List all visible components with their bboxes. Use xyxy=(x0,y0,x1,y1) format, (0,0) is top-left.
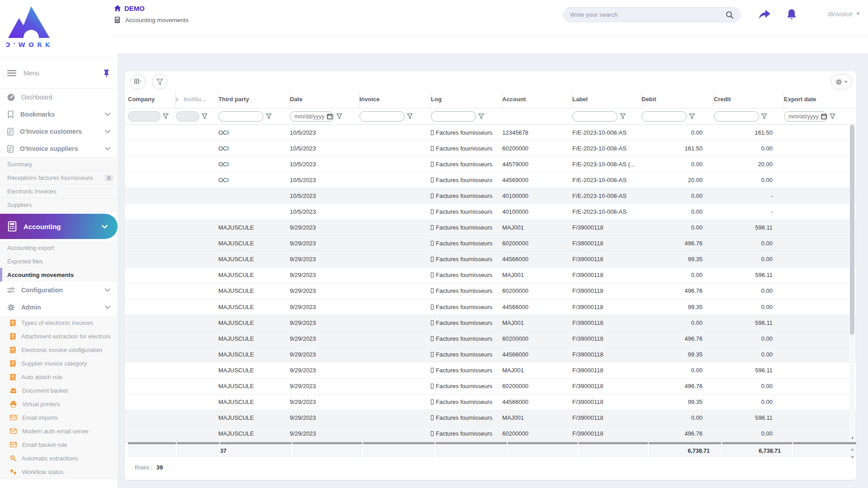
breadcrumb: DEMO Accounting movements xyxy=(114,5,189,23)
menu-toggle[interactable]: Menu xyxy=(0,58,118,89)
expand-arrow-icon[interactable] xyxy=(176,97,179,102)
filter-button[interactable] xyxy=(152,74,167,89)
funnel-icon[interactable] xyxy=(830,113,835,119)
third-party-filter-input[interactable] xyxy=(218,111,264,122)
invoice-filter-input[interactable] xyxy=(359,111,405,122)
column-header-account[interactable]: Account xyxy=(502,90,572,108)
table-row[interactable]: MAJUSCULE9/29/2023Factures fournisseurs4… xyxy=(125,347,856,362)
debit-filter-input[interactable] xyxy=(642,111,687,122)
sidebar-item-bookmarks[interactable]: Bookmarks xyxy=(0,106,118,123)
column-header-date[interactable]: Date xyxy=(290,90,359,108)
cell-third-party: MAJUSCULE xyxy=(218,319,290,326)
funnel-icon[interactable] xyxy=(761,113,767,119)
column-header-institution[interactable]: Institu... xyxy=(176,90,218,108)
table-row[interactable]: MAJUSCULE9/29/2023Factures fournisseurs4… xyxy=(125,299,856,315)
table-row[interactable]: MAJUSCULE9/29/2023Factures fournisseurs4… xyxy=(125,252,856,267)
sidebar-item-document-basket[interactable]: Document basket xyxy=(0,384,118,397)
sidebar-item-electronic-invoices[interactable]: Electronic Invoices xyxy=(0,185,118,198)
column-header-invoice[interactable]: Invoice xyxy=(359,90,431,108)
table-row[interactable]: OCI10/5/2023Factures fournisseurs6020000… xyxy=(125,141,856,156)
column-header-log[interactable]: Log xyxy=(431,90,502,108)
sidebar-item-summary[interactable]: Summary xyxy=(0,158,118,171)
table-row[interactable]: MAJUSCULE9/29/2023Factures fournisseurs4… xyxy=(125,394,856,410)
sidebar-item-receptions[interactable]: Réceptions factures fournisseurs 0 xyxy=(0,171,118,185)
table-row[interactable]: OCI10/5/2023Factures fournisseurs1234567… xyxy=(125,125,856,141)
search-icon[interactable] xyxy=(726,11,734,19)
credit-filter-input[interactable] xyxy=(714,111,759,122)
funnel-icon[interactable] xyxy=(407,113,413,119)
sidebar-item-email-basket[interactable]: Email basket rule xyxy=(0,438,118,451)
table-row[interactable]: OCI10/5/2023Factures fournisseurs4457900… xyxy=(125,156,856,172)
sidebar-item-email-imports[interactable]: Email imports xyxy=(0,411,118,424)
sidebar-item-oinvoice-customers[interactable]: O'Invoice customers xyxy=(0,123,118,140)
share-icon[interactable] xyxy=(758,8,771,22)
table-row[interactable]: MAJUSCULE9/29/2023Factures fournisseurs6… xyxy=(125,331,856,347)
sidebar-item-auto-extractions[interactable]: Automatic extractions xyxy=(0,451,118,465)
sidebar-item-exported-files[interactable]: Exported files xyxy=(0,254,118,268)
column-header-credit[interactable]: Credit xyxy=(714,90,784,108)
calendar-icon[interactable] xyxy=(327,113,333,119)
sidebar-item-accounting-movements[interactable]: Accounting movements xyxy=(0,268,118,282)
column-header-third-party[interactable]: Third party xyxy=(218,90,290,108)
table-row[interactable]: MAJUSCULE9/29/2023Factures fournisseurs6… xyxy=(125,379,856,394)
vertical-scrollbar[interactable] xyxy=(849,125,855,442)
scrollbar-thumb[interactable] xyxy=(850,125,854,335)
export-date-filter-input[interactable]: mm/dd/yyyy xyxy=(784,111,827,122)
funnel-icon[interactable] xyxy=(478,113,484,119)
institution-filter-input[interactable] xyxy=(176,111,199,122)
table-row[interactable]: MAJUSCULE9/29/2023Factures fournisseurs6… xyxy=(125,236,856,252)
sidebar-item-attachment[interactable]: Attachment extraction for electroni xyxy=(0,329,118,343)
funnel-icon[interactable] xyxy=(163,113,169,119)
cell-log: Factures fournisseurs xyxy=(431,414,502,421)
hamburger-icon[interactable] xyxy=(7,70,16,76)
date-filter-input[interactable]: mm/dd/yyyy xyxy=(290,111,334,122)
calendar-icon[interactable] xyxy=(821,113,827,119)
app-title[interactable]: DEMO xyxy=(124,5,145,12)
user-menu[interactable]: dinvoice xyxy=(828,10,860,18)
scroll-down-icon[interactable]: ▼ xyxy=(850,455,854,460)
funnel-icon[interactable] xyxy=(620,113,626,119)
sidebar-item-accounting[interactable]: Accounting xyxy=(0,214,118,239)
sidebar-item-admin[interactable]: Admin xyxy=(0,299,118,316)
sidebar-item-dashboard[interactable]: Dashboard xyxy=(0,89,118,106)
sidebar-item-oinvoice-suppliers[interactable]: O'Invoice suppliers xyxy=(0,140,118,157)
sidebar-item-configuration[interactable]: Configuration xyxy=(0,282,118,299)
funnel-icon[interactable] xyxy=(689,113,695,119)
funnel-icon[interactable] xyxy=(202,113,208,119)
table-row[interactable]: MAJUSCULE9/29/2023Factures fournisseurs6… xyxy=(125,283,856,299)
sidebar-item-supplier-category[interactable]: Supplier invoice category xyxy=(0,357,118,370)
funnel-icon[interactable] xyxy=(336,113,342,119)
sidebar-item-types[interactable]: Types of electronic invoices xyxy=(0,316,118,329)
column-header-debit[interactable]: Debit xyxy=(642,90,714,108)
table-row[interactable]: 10/5/2023Factures fournisseurs40100000F/… xyxy=(125,204,856,220)
sidebar-item-einvoice-config[interactable]: Electronic invoice configuration xyxy=(0,343,118,357)
sidebar-item-suppliers[interactable]: Suppliers xyxy=(0,198,118,212)
company-filter-input[interactable] xyxy=(128,111,160,122)
sidebar-item-accounting-export[interactable]: Accounting export xyxy=(0,241,118,254)
column-header-export-date[interactable]: Export date xyxy=(784,90,848,108)
funnel-icon[interactable] xyxy=(266,113,272,119)
column-header-company[interactable]: Company xyxy=(128,90,176,108)
table-row[interactable]: OCI10/5/2023Factures fournisseurs4456900… xyxy=(125,172,856,188)
scroll-down-icon[interactable]: ▼ xyxy=(850,436,854,441)
sidebar-item-modern-auth[interactable]: Modern auth email server xyxy=(0,424,118,438)
pin-icon[interactable] xyxy=(103,69,110,77)
search-input[interactable] xyxy=(570,11,726,18)
bell-icon[interactable] xyxy=(785,8,798,22)
label-filter-input[interactable] xyxy=(572,111,618,122)
columns-button[interactable] xyxy=(130,74,146,89)
table-settings-button[interactable] xyxy=(831,74,852,89)
column-header-label[interactable]: Label xyxy=(572,90,642,108)
table-row[interactable]: MAJUSCULE9/29/2023Factures fournisseursM… xyxy=(125,410,856,426)
table-row[interactable]: MAJUSCULE9/29/2023Factures fournisseursM… xyxy=(125,362,856,378)
sidebar-item-workflow-status[interactable]: Workflow status xyxy=(0,465,118,479)
table-row[interactable]: MAJUSCULE9/29/2023Factures fournisseursM… xyxy=(125,220,856,236)
sidebar-item-auto-attach[interactable]: Auto attach rule xyxy=(0,370,118,384)
table-row[interactable]: MAJUSCULE9/29/2023Factures fournisseurs6… xyxy=(125,426,856,442)
log-filter-input[interactable] xyxy=(431,111,476,122)
scroll-up-icon[interactable]: ▲ xyxy=(850,447,854,451)
table-row[interactable]: MAJUSCULE9/29/2023Factures fournisseursM… xyxy=(125,315,856,331)
table-row[interactable]: 10/5/2023Factures fournisseurs40100000F/… xyxy=(125,188,856,204)
table-row[interactable]: MAJUSCULE9/29/2023Factures fournisseursM… xyxy=(125,267,856,283)
sidebar-item-virtual-printers[interactable]: Virtual printers xyxy=(0,397,118,411)
